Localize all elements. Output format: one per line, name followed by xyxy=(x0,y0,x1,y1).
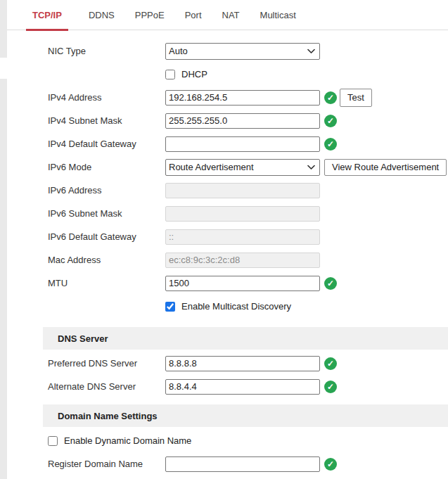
multicast-discovery-row: Enable Multicast Discovery xyxy=(48,295,448,318)
ipv6-mode-label: IPv6 Mode xyxy=(48,162,165,172)
sidebar-active-item-gap xyxy=(0,58,7,79)
ipv6-subnet-input xyxy=(165,206,320,222)
ipv6-mode-row: IPv6 Mode Route Advertisement View Route… xyxy=(48,155,448,179)
enable-ddns-label: Enable Dynamic Domain Name xyxy=(64,435,191,446)
tab-tcpip[interactable]: TCP/IP xyxy=(26,0,68,30)
preferred-dns-row: Preferred DNS Server ✓ xyxy=(48,352,448,375)
ipv4-gateway-label: IPv4 Default Gateway xyxy=(48,139,165,149)
alternate-dns-label: Alternate DNS Server xyxy=(48,381,165,392)
valid-check-icon: ✓ xyxy=(324,91,337,104)
ipv4-address-row: IPv4 Address ✓ Test xyxy=(48,86,448,109)
mtu-input[interactable] xyxy=(165,276,320,291)
mtu-label: MTU xyxy=(48,278,165,288)
dns-server-header-text: DNS Server xyxy=(58,333,108,344)
ipv6-gateway-input xyxy=(165,229,320,245)
valid-check-icon: ✓ xyxy=(324,381,337,393)
tab-port[interactable]: Port xyxy=(185,0,202,30)
tab-ddns[interactable]: DDNS xyxy=(89,0,115,30)
ipv6-address-row: IPv6 Address xyxy=(48,179,448,202)
valid-check-icon: ✓ xyxy=(324,357,337,370)
nic-type-select[interactable]: Auto xyxy=(165,43,320,60)
tab-multicast[interactable]: Multicast xyxy=(260,0,296,30)
ipv6-subnet-row: IPv6 Subnet Mask xyxy=(48,202,448,225)
tab-nat[interactable]: NAT xyxy=(222,0,240,30)
dhcp-checkbox[interactable] xyxy=(165,70,175,79)
ipv4-address-label: IPv4 Address xyxy=(48,92,165,103)
domain-name-section-header: Domain Name Settings xyxy=(43,404,448,427)
preferred-dns-input[interactable] xyxy=(165,356,320,371)
valid-check-icon: ✓ xyxy=(324,115,337,127)
mac-address-row: Mac Address xyxy=(48,248,448,272)
ipv6-gateway-row: IPv6 Default Gateway xyxy=(48,225,448,248)
view-route-advertisement-button[interactable]: View Route Advertisement xyxy=(324,159,447,176)
dns-server-section-header: DNS Server xyxy=(43,327,448,350)
multicast-discovery-checkbox[interactable] xyxy=(165,302,175,312)
ipv4-gateway-input[interactable] xyxy=(165,136,320,152)
test-button[interactable]: Test xyxy=(340,89,372,107)
mac-address-label: Mac Address xyxy=(48,255,165,265)
preferred-dns-label: Preferred DNS Server xyxy=(48,358,165,369)
ipv6-gateway-label: IPv6 Default Gateway xyxy=(48,231,165,242)
ipv4-subnet-label: IPv4 Subnet Mask xyxy=(48,115,165,126)
register-domain-label: Register Domain Name xyxy=(48,459,165,469)
ipv4-address-input[interactable] xyxy=(165,90,320,106)
ipv4-subnet-row: IPv4 Subnet Mask ✓ xyxy=(48,109,448,132)
valid-check-icon: ✓ xyxy=(324,138,337,151)
ipv6-subnet-label: IPv6 Subnet Mask xyxy=(48,208,165,219)
tcpip-form: NIC Type Auto DHCP IPv4 Address ✓ Test I… xyxy=(7,30,448,475)
enable-ddns-row: Enable Dynamic Domain Name xyxy=(48,429,448,452)
register-domain-row: Register Domain Name ✓ xyxy=(48,452,448,475)
enable-ddns-checkbox[interactable] xyxy=(48,436,58,446)
mac-address-input xyxy=(165,253,320,268)
settings-panel: TCP/IP DDNS PPPoE Port NAT Multicast NIC… xyxy=(7,0,448,479)
alternate-dns-input[interactable] xyxy=(165,379,320,395)
dhcp-label: DHCP xyxy=(181,69,207,79)
domain-name-header-text: Domain Name Settings xyxy=(58,411,158,421)
valid-check-icon: ✓ xyxy=(324,277,337,290)
dhcp-row: DHCP xyxy=(48,63,448,86)
ipv6-mode-select[interactable]: Route Advertisement xyxy=(165,159,320,176)
multicast-discovery-label: Enable Multicast Discovery xyxy=(181,301,291,312)
nic-type-row: NIC Type Auto xyxy=(48,39,448,63)
nic-type-label: NIC Type xyxy=(48,46,165,56)
ipv4-subnet-input[interactable] xyxy=(165,113,320,129)
ipv6-address-label: IPv6 Address xyxy=(48,185,165,196)
alternate-dns-row: Alternate DNS Server ✓ xyxy=(48,375,448,398)
mtu-row: MTU ✓ xyxy=(48,272,448,295)
ipv6-address-input xyxy=(165,183,320,198)
tab-bar: TCP/IP DDNS PPPoE Port NAT Multicast xyxy=(7,0,448,30)
tab-pppoe[interactable]: PPPoE xyxy=(135,0,165,30)
ipv4-gateway-row: IPv4 Default Gateway ✓ xyxy=(48,132,448,155)
valid-check-icon: ✓ xyxy=(324,458,337,471)
register-domain-input[interactable] xyxy=(165,456,320,472)
